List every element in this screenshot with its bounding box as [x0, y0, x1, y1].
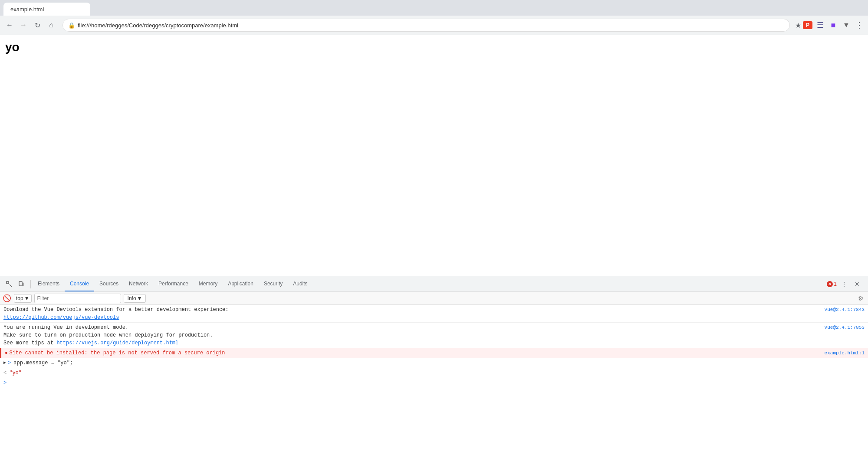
address-text: file:///home/rdegges/Code/rdegges/crypto…: [78, 22, 784, 29]
page-yo-text: yo: [5, 40, 20, 54]
svg-line-1: [10, 285, 12, 287]
console-input-text: app.message = "yo";: [13, 359, 865, 367]
home-button[interactable]: ⌂: [45, 19, 57, 31]
forward-button[interactable]: →: [17, 19, 30, 31]
active-tab[interactable]: example.html: [3, 3, 90, 16]
console-output-text: "yo": [9, 369, 865, 377]
context-label: top: [16, 295, 23, 301]
context-dropdown-icon: ▼: [24, 295, 30, 301]
console-error-badge: ✕ 1: [827, 281, 837, 287]
log-level-dropdown-icon: ▼: [137, 295, 142, 301]
svg-rect-3: [23, 283, 23, 286]
inspect-element-button[interactable]: [3, 278, 15, 290]
tab-memory[interactable]: Memory: [194, 276, 223, 291]
console-line-text: Download the Vue Devtools extension for …: [3, 306, 821, 321]
console-input-line: ▶ > app.message = "yo";: [0, 358, 868, 368]
console-error-line: ● Site cannot be installed: the page is …: [0, 348, 868, 358]
error-count: 1: [834, 281, 837, 287]
refresh-button[interactable]: ↻: [31, 19, 43, 31]
devtools-right-controls: ✕ 1 ⋮ ✕: [827, 278, 866, 290]
clear-console-icon[interactable]: 🚫: [3, 294, 11, 302]
devtools-close-button[interactable]: ✕: [852, 278, 863, 290]
console-filter-input[interactable]: [34, 294, 121, 303]
address-bar[interactable]: 🔒 file:///home/rdegges/Code/rdegges/cryp…: [62, 19, 790, 32]
console-line: Download the Vue Devtools extension for …: [0, 305, 868, 323]
tab-bar: example.html: [0, 0, 868, 16]
tab-performance[interactable]: Performance: [153, 276, 194, 291]
console-new-input[interactable]: [9, 379, 865, 387]
vue-devtools-link[interactable]: https://github.com/vuejs/vue-devtools: [3, 314, 119, 321]
devtools-more-button[interactable]: ⋮: [838, 278, 850, 290]
back-button[interactable]: ←: [3, 19, 16, 31]
browser-chrome: example.html ← → ↻ ⌂ 🔒 file:///home/rdeg…: [0, 0, 868, 35]
console-error-text: Site cannot be installed: the page is no…: [10, 349, 821, 357]
toolbar-extensions: P ☰ ■ ▼ ⋮: [803, 20, 865, 30]
pocket-extension-icon[interactable]: P: [803, 21, 812, 29]
devtools-tabs: Elements Console Sources Network Perform…: [33, 276, 827, 291]
context-selector[interactable]: top ▼: [14, 294, 32, 303]
console-string-value: "yo": [9, 370, 22, 376]
console-line: You are running Vue in development mode.…: [0, 323, 868, 348]
browser-menu-button[interactable]: ⋮: [854, 20, 865, 30]
tab-console[interactable]: Console: [65, 276, 94, 291]
tab-title: example.html: [10, 6, 44, 13]
page-content: yo: [0, 35, 868, 276]
shield-extension-icon[interactable]: ■: [828, 20, 838, 30]
console-prompt-line[interactable]: >: [0, 378, 868, 388]
devtools-header: Elements Console Sources Network Perform…: [0, 276, 868, 292]
funnel-extension-icon[interactable]: ▼: [841, 20, 852, 30]
log-level-label: Info: [128, 295, 136, 301]
devtools-panel: Elements Console Sources Network Perform…: [0, 276, 868, 458]
tab-application[interactable]: Application: [223, 276, 259, 291]
vuejs-deployment-link[interactable]: https://vuejs.org/guide/deployment.html: [56, 340, 178, 346]
devtools-separator: [30, 280, 31, 288]
console-toolbar: 🚫 top ▼ Info ▼ ⚙: [0, 292, 868, 305]
browser-toolbar: ← → ↻ ⌂ 🔒 file:///home/rdegges/Code/rdeg…: [0, 16, 868, 35]
console-settings-icon[interactable]: ⚙: [856, 294, 865, 303]
log-level-selector[interactable]: Info ▼: [124, 294, 146, 303]
expand-icon[interactable]: ▶: [3, 359, 6, 367]
console-toolbar-right: ⚙: [856, 294, 865, 303]
tab-security[interactable]: Security: [259, 276, 288, 291]
console-new-prompt: >: [3, 379, 7, 387]
error-icon: ●: [5, 349, 8, 357]
console-line-text: You are running Vue in development mode.…: [3, 324, 821, 347]
error-circle-icon: ✕: [827, 281, 833, 287]
security-icon: 🔒: [68, 22, 75, 29]
svg-rect-0: [7, 281, 9, 284]
svg-rect-2: [19, 281, 22, 286]
console-output: Download the Vue Devtools extension for …: [0, 305, 868, 458]
bookmark-icon[interactable]: ★: [795, 21, 801, 29]
devtools-icons: [2, 278, 29, 290]
tab-elements[interactable]: Elements: [33, 276, 65, 291]
layers-extension-icon[interactable]: ☰: [815, 20, 825, 30]
console-line-source[interactable]: vue@2.4.1:7843: [821, 306, 865, 314]
tab-network[interactable]: Network: [124, 276, 153, 291]
console-output-line: < "yo": [0, 368, 868, 378]
console-error-source[interactable]: example.html:1: [821, 349, 865, 357]
tab-sources[interactable]: Sources: [94, 276, 124, 291]
tab-audits[interactable]: Audits: [288, 276, 312, 291]
console-prompt-symbol: >: [8, 359, 11, 367]
console-line-source[interactable]: vue@2.4.1:7853: [821, 324, 865, 331]
console-output-symbol: <: [3, 369, 7, 377]
device-toolbar-button[interactable]: [16, 278, 27, 290]
